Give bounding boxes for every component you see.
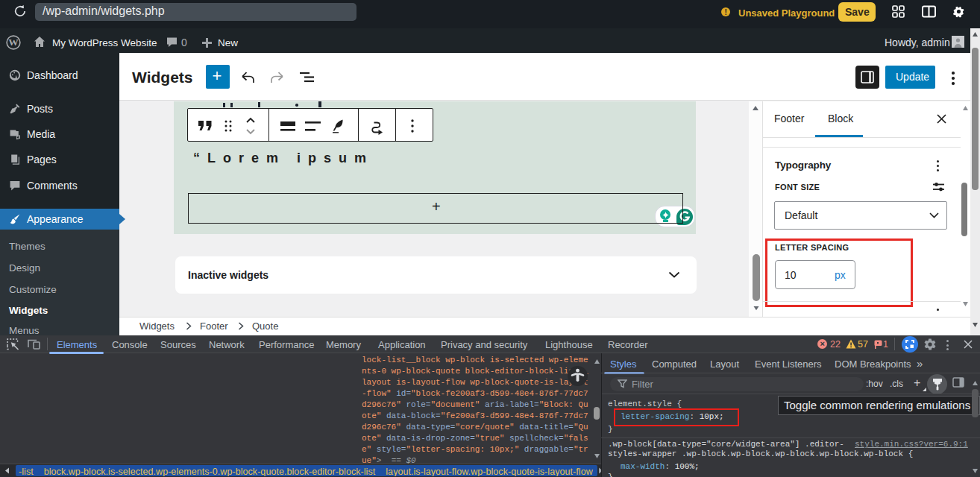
svg-text:W: W — [8, 37, 19, 48]
